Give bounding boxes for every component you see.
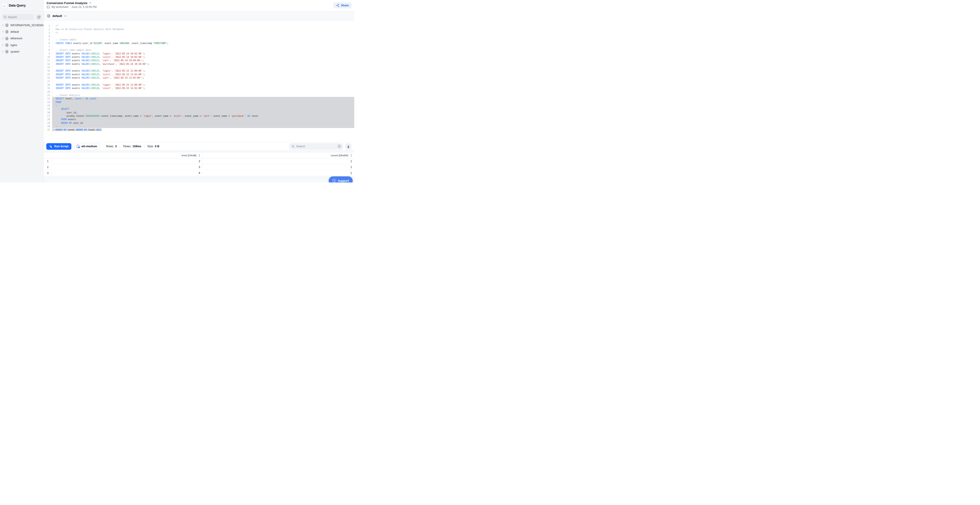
sidebar-item-nginx[interactable]: nginx — [0, 42, 43, 48]
warehouse-icon — [77, 145, 79, 148]
code-line-9[interactable]: INSERT INTO events VALUES(100123, 'login… — [52, 52, 354, 56]
code-line-7[interactable] — [52, 45, 354, 48]
column-menu-icon[interactable]: ⋮ — [198, 154, 201, 157]
code-line-19[interactable]: INSERT INTO events VALUES(100126, 'visit… — [52, 86, 354, 90]
support-label: Support — [338, 179, 349, 183]
code-line-24[interactable]: ( — [52, 104, 354, 107]
results-search-placeholder: Search — [296, 145, 336, 148]
code-line-31[interactable]: GROUP BY level ORDER BY level ASC; — [52, 128, 354, 132]
sidebar-header: ← Data Query — [0, 0, 43, 11]
code-line-29[interactable]: GROUP BY user_id — [52, 121, 354, 125]
code-line-28[interactable]: FROM events — [52, 118, 354, 121]
line-number: 2 — [44, 27, 52, 31]
count-cell: 1 — [203, 170, 354, 176]
code-line-26[interactable]: user_id, — [52, 111, 354, 114]
sql-editor[interactable]: 1234567891011121314151617181920212223242… — [44, 21, 354, 142]
database-name: system — [10, 50, 19, 53]
code-line-13[interactable] — [52, 66, 354, 69]
code-line-23[interactable]: FROM — [52, 100, 354, 104]
sidebar-search-input[interactable]: Search — [2, 14, 34, 20]
code-line-14[interactable]: INSERT INTO events VALUES(100125, 'login… — [52, 69, 354, 73]
results-header-row: level [UInt8]⋮count [UInt64]⋮ — [44, 152, 354, 158]
share-icon — [336, 4, 339, 7]
code-line-15[interactable]: INSERT INTO events VALUES(100125, 'visit… — [52, 73, 354, 76]
sidebar-item-default[interactable]: default — [0, 29, 43, 35]
warehouse-selector[interactable]: wh-medium — [74, 143, 100, 150]
code-line-16[interactable]: INSERT INTO events VALUES(100125, 'cart'… — [52, 76, 354, 79]
worksheet-title-dropdown[interactable]: Conversion Funnel Analysis — [46, 1, 91, 5]
table-row[interactable]: 231 — [44, 164, 354, 170]
table-row[interactable]: 341 — [44, 170, 354, 176]
code-line-30[interactable]: ) — [52, 125, 354, 128]
code-line-1[interactable]: /* — [52, 24, 354, 27]
chevron-right-icon — [2, 51, 3, 52]
column-header-0[interactable]: level [UInt8]⋮ — [52, 152, 203, 158]
results-footer — [44, 176, 354, 183]
code-line-11[interactable]: INSERT INTO events VALUES(100123, 'cart'… — [52, 59, 354, 62]
refresh-button[interactable] — [36, 14, 42, 20]
code-line-2[interactable]: How to Do Conversion Funnel Analysis Wit… — [52, 27, 354, 31]
code-line-22[interactable]: SELECT level, count() AS count — [52, 97, 354, 100]
editor-code[interactable]: /*How to Do Conversion Funnel Analysis W… — [52, 21, 354, 142]
worksheet-meta: My worksheet June 23, 5:19:56 PM — [46, 5, 97, 9]
line-number: 4 — [44, 35, 52, 38]
row-number-header — [44, 152, 52, 158]
line-number: 11 — [44, 59, 52, 62]
line-number: 17 — [44, 80, 52, 83]
selected-database: default — [52, 14, 62, 17]
line-number: 19 — [44, 86, 52, 90]
code-line-5[interactable]: -- Create table. — [52, 38, 354, 41]
worksheet-header: Conversion Funnel Analysis My worksheet … — [44, 0, 354, 11]
database-icon — [5, 37, 9, 40]
table-row[interactable]: 121 — [44, 158, 354, 164]
download-button[interactable] — [345, 143, 352, 150]
share-button[interactable]: Share — [333, 2, 352, 8]
line-number: 16 — [44, 76, 52, 79]
code-line-12[interactable]: INSERT INTO events VALUES(100123, 'purch… — [52, 62, 354, 66]
column-menu-icon[interactable]: ⋮ — [350, 154, 353, 157]
results-body: 121231341 — [44, 158, 354, 176]
level-cell: 2 — [52, 158, 203, 164]
line-number: 12 — [44, 62, 52, 66]
sidebar-item-system[interactable]: system — [0, 48, 43, 55]
chevron-right-icon — [2, 24, 3, 26]
stat-rows: Rows: 3 — [106, 145, 117, 148]
line-number: 14 — [44, 69, 52, 73]
line-number: 24 — [44, 104, 52, 107]
code-line-25[interactable]: SELECT — [52, 107, 354, 111]
sidebar-item-information_schema[interactable]: INFORMATION_SCHEMA — [0, 22, 43, 29]
run-script-button[interactable]: Run Script — [46, 143, 72, 150]
line-number: 9 — [44, 52, 52, 56]
code-line-3[interactable]: */ — [52, 31, 354, 35]
stat-times: Times: 159ms — [123, 145, 141, 148]
meta-divider — [70, 5, 70, 9]
database-tree: INFORMATION_SCHEMAdefaultethereumnginxsy… — [0, 22, 43, 55]
code-line-21[interactable]: -- Funnel Analysis — [52, 94, 354, 97]
line-number: 23 — [44, 100, 52, 104]
database-icon — [5, 30, 9, 33]
question-circle-icon: ? — [332, 179, 336, 183]
database-selector[interactable]: default — [44, 12, 354, 20]
column-header-1[interactable]: count [UInt64]⋮ — [203, 152, 354, 158]
code-line-20[interactable] — [52, 90, 354, 94]
results-table: level [UInt8]⋮count [UInt64]⋮ 121231341 — [44, 152, 354, 176]
column-label: level [UInt8] — [181, 154, 196, 157]
back-button[interactable]: ← — [2, 3, 8, 9]
help-icon[interactable]: ? — [338, 145, 341, 148]
sidebar-item-ethereum[interactable]: ethereum — [0, 35, 43, 42]
results-search-input[interactable]: Search ? — [290, 143, 343, 150]
chevron-right-icon — [2, 38, 3, 39]
code-line-10[interactable]: INSERT INTO events VALUES(100123, 'visit… — [52, 56, 354, 59]
code-line-4[interactable] — [52, 35, 354, 38]
code-line-17[interactable] — [52, 80, 354, 83]
query-toolbar: Run Script wh-medium Rows: 3Times: 159ms… — [44, 142, 354, 151]
support-button[interactable]: ? Support — [329, 176, 353, 183]
worksheet-name: My worksheet — [51, 5, 68, 9]
code-line-6[interactable]: CREATE TABLE events(user_id BIGINT, even… — [52, 41, 354, 45]
worksheet-timestamp: June 23, 5:19:56 PM — [72, 5, 97, 9]
line-number: 29 — [44, 121, 52, 125]
code-line-8[interactable]: -- Insert some sample data. — [52, 48, 354, 52]
code-line-18[interactable]: INSERT INTO events VALUES(100126, 'login… — [52, 83, 354, 86]
code-line-27[interactable]: window_funnel(3600000000)(event_timestam… — [52, 114, 354, 118]
run-cursor-icon — [49, 145, 52, 148]
